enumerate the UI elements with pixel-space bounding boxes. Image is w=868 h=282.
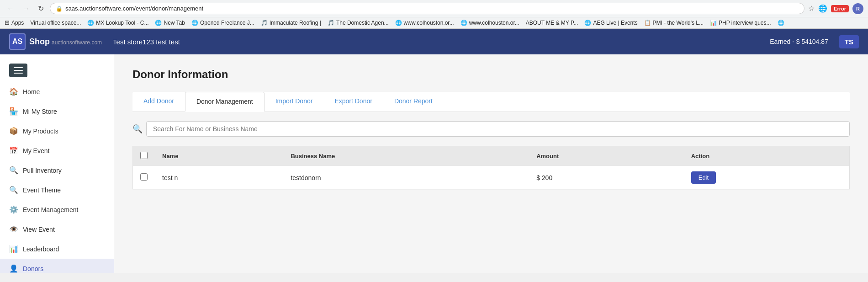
- sidebar-item-my-products[interactable]: 📦 My Products: [0, 121, 114, 141]
- hamburger-line-1: [14, 67, 23, 68]
- app-header: AS Shop auctionsoftware.com Test store12…: [0, 29, 868, 54]
- pull-inventory-icon: 🔍: [9, 166, 18, 175]
- bookmark-apps-label: Apps: [11, 20, 24, 26]
- bookmark-1-label: Virtual office space...: [30, 20, 81, 26]
- sidebar-item-pull-inventory[interactable]: 🔍 Pull Inventory: [0, 160, 114, 180]
- logo-shop-text: Shop: [29, 37, 50, 47]
- bookmark-2-label: MX Lookup Tool - C...: [96, 20, 148, 26]
- select-all-checkbox[interactable]: [140, 152, 148, 159]
- bookmark-8[interactable]: 🌐www.colhouston.or...: [460, 20, 519, 26]
- bookmark-7[interactable]: 🌐www.colhouston.or...: [395, 20, 454, 26]
- donor-table: Name Business Name Amount Action test n …: [132, 146, 850, 190]
- back-button[interactable]: ←: [5, 4, 16, 14]
- app-body: 🏠 Home 🏪 Mi My Store 📦 My Products 📅 My …: [0, 54, 868, 273]
- sidebar-label-event-management: Event Management: [23, 206, 78, 213]
- row-checkbox[interactable]: [140, 173, 148, 181]
- search-input[interactable]: [146, 121, 850, 137]
- bookmark-7-label: www.colhouston.or...: [404, 20, 454, 26]
- bookmark-icon-11: 📋: [644, 20, 651, 26]
- table-header-amount: Amount: [529, 146, 684, 166]
- bookmark-9[interactable]: ABOUT ME & MY P...: [526, 20, 578, 26]
- page-title: Donor Information: [132, 68, 850, 81]
- bookmark-3-label: New Tab: [164, 20, 185, 26]
- bookmark-11-label: PMI - the World's L...: [653, 20, 704, 26]
- user-initials-badge: TS: [839, 35, 859, 48]
- bookmark-5[interactable]: 🎵Immaculate Roofing |: [261, 20, 321, 26]
- earned-value: $ 54104.87: [796, 38, 828, 45]
- tab-import-donor[interactable]: Import Donor: [265, 92, 324, 112]
- bookmark-10-label: AEG Live | Events: [593, 20, 637, 26]
- bookmark-10[interactable]: 🌐AEG Live | Events: [584, 20, 637, 26]
- donors-icon: 👤: [9, 264, 18, 273]
- store-name: Test store123 test test: [113, 38, 180, 46]
- bookmark-icon-6: 🎵: [328, 20, 334, 26]
- sidebar-item-my-store[interactable]: 🏪 Mi My Store: [0, 101, 114, 121]
- bookmark-icon-more: 🌐: [778, 20, 784, 26]
- tab-add-donor[interactable]: Add Donor: [132, 92, 185, 112]
- sidebar-label-pull-inventory: Pull Inventory: [23, 167, 62, 174]
- sidebar-item-view-event[interactable]: 👁️ View Event: [0, 219, 114, 239]
- hamburger-line-2: [14, 70, 23, 71]
- bookmark-5-label: Immaculate Roofing |: [270, 20, 321, 26]
- sidebar-item-leaderboard[interactable]: 📊 Leaderboard: [0, 239, 114, 259]
- row-action: Edit: [684, 166, 850, 190]
- home-icon: 🏠: [9, 87, 18, 96]
- logo-letters: AS: [12, 37, 22, 46]
- edit-button[interactable]: Edit: [691, 171, 716, 184]
- lock-icon: 🔒: [56, 5, 63, 12]
- bookmark-1[interactable]: Virtual office space...: [30, 20, 81, 26]
- bookmark-icon-4: 🌐: [191, 20, 198, 26]
- event-management-icon: ⚙️: [9, 205, 18, 214]
- bookmark-apps[interactable]: ⊞ Apps: [5, 19, 24, 26]
- logo-box: AS: [9, 33, 26, 50]
- sidebar-item-home[interactable]: 🏠 Home: [0, 82, 114, 101]
- table-header-row: Name Business Name Amount Action: [133, 146, 850, 166]
- reload-button[interactable]: ↻: [36, 3, 46, 14]
- sidebar-label-event-theme: Event Theme: [23, 186, 61, 194]
- earned-amount: Earned - $ 54104.87: [770, 38, 828, 45]
- url-bar[interactable]: 🔒 saas.auctionsoftware.com/event/donor/m…: [50, 3, 804, 14]
- bookmark-4[interactable]: 🌐Opened Freelance J...: [191, 20, 254, 26]
- sidebar-label-my-store: Mi My Store: [23, 108, 57, 115]
- bookmarks-bar: ⊞ Apps Virtual office space... 🌐MX Looku…: [0, 17, 868, 28]
- bookmark-more[interactable]: 🌐: [778, 20, 784, 26]
- bookmark-icon-10: 🌐: [584, 20, 591, 26]
- store-icon: 🏪: [9, 107, 18, 116]
- row-business-name: testdonorn: [283, 166, 529, 190]
- forward-button[interactable]: →: [20, 4, 32, 14]
- bookmark-12[interactable]: 📊PHP interview ques...: [710, 20, 771, 26]
- tab-donor-management[interactable]: Donor Management: [185, 92, 265, 112]
- sidebar-item-my-event[interactable]: 📅 My Event: [0, 141, 114, 160]
- apps-icon: ⊞: [5, 19, 10, 26]
- sidebar-item-event-management[interactable]: ⚙️ Event Management: [0, 200, 114, 219]
- row-amount: $ 200: [529, 166, 684, 190]
- tab-donor-report[interactable]: Donor Report: [383, 92, 444, 112]
- sidebar-item-event-theme[interactable]: 🔍 Event Theme: [0, 180, 114, 200]
- bookmark-star-button[interactable]: ☆: [808, 4, 815, 13]
- products-icon: 📦: [9, 127, 18, 135]
- address-bar: ← → ↻ 🔒 saas.auctionsoftware.com/event/d…: [0, 0, 868, 17]
- sidebar-label-my-event: My Event: [23, 147, 49, 154]
- sidebar-label-home: Home: [23, 88, 40, 96]
- bookmark-2[interactable]: 🌐MX Lookup Tool - C...: [87, 20, 148, 26]
- bookmark-11[interactable]: 📋PMI - the World's L...: [644, 20, 704, 26]
- earned-label: Earned -: [770, 38, 794, 45]
- bookmark-3[interactable]: 🌐New Tab: [155, 20, 185, 26]
- sidebar-label-leaderboard: Leaderboard: [23, 245, 59, 253]
- tab-export-donor[interactable]: Export Donor: [323, 92, 383, 112]
- event-theme-icon: 🔍: [9, 186, 18, 194]
- main-content: Donor Information Add Donor Donor Manage…: [114, 54, 868, 273]
- error-badge: Error: [831, 5, 849, 12]
- search-bar: 🔍: [132, 121, 850, 137]
- hamburger-button[interactable]: [9, 64, 27, 77]
- bookmark-icon-12: 📊: [710, 20, 717, 26]
- bookmark-icon-2: 🌐: [87, 20, 94, 26]
- table-header-business-name: Business Name: [283, 146, 529, 166]
- event-icon: 📅: [9, 146, 18, 155]
- sidebar: 🏠 Home 🏪 Mi My Store 📦 My Products 📅 My …: [0, 54, 114, 273]
- sidebar-item-donors[interactable]: 👤 Donors: [0, 259, 114, 273]
- sidebar-label-donors: Donors: [23, 265, 43, 272]
- bookmark-9-label: ABOUT ME & MY P...: [526, 20, 578, 26]
- bookmark-6[interactable]: 🎵The Domestic Agen...: [328, 20, 389, 26]
- notification-icon: 🌐: [818, 4, 827, 13]
